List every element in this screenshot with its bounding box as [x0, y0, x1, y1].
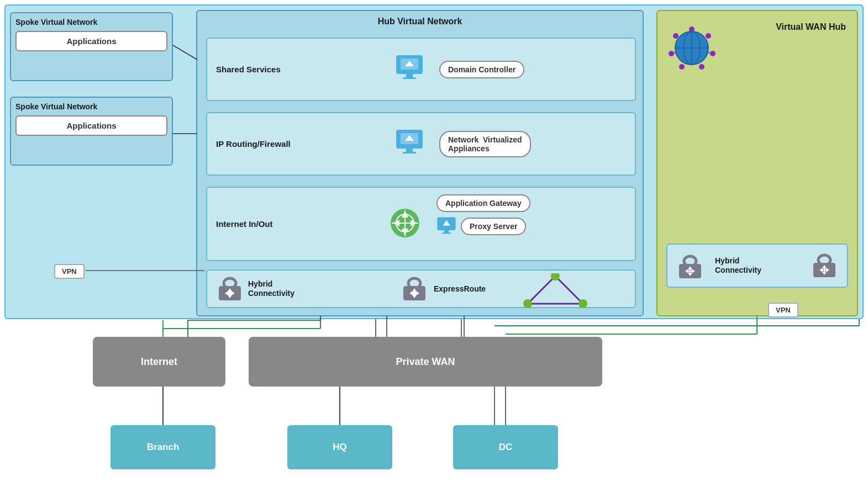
internet-inout-label: Internet In/Out	[207, 219, 296, 229]
vwan-hub: Virtual WAN Hub HybridConnectivity	[656, 10, 858, 316]
svg-rect-38	[442, 232, 451, 234]
shared-services-label: Shared Services	[207, 65, 296, 74]
svg-rect-37	[444, 230, 449, 232]
app-gateway-box: Application Gateway	[436, 194, 530, 212]
hybrid-connectivity-hub-section: HybridConnectivity ExpressRoute	[206, 269, 636, 308]
vpn-label-right: VPN	[768, 303, 798, 318]
lock-icon-vwan-right	[811, 251, 838, 278]
hub-vnet-label: Hub Virtual Network	[378, 17, 462, 27]
internet-box: Internet	[93, 337, 225, 387]
lock-icon-hub-right	[401, 274, 428, 301]
svg-rect-25	[406, 149, 413, 152]
shared-services-section: Shared Services Domain Controller	[206, 38, 636, 101]
spoke-vnet-1-label: Spoke Virtual Network	[15, 18, 167, 27]
vwan-hybrid-connectivity: HybridConnectivity	[666, 244, 848, 288]
svg-point-59	[578, 299, 587, 308]
hub-vnet: Hub Virtual Network Shared Services Doma…	[196, 10, 644, 316]
internet-inout-section: Internet In/Out Application Gateway	[206, 187, 636, 261]
spoke-vnet-1-app: Applications	[15, 31, 167, 51]
diagram-root: Spoke Virtual Network Applications Spoke…	[0, 0, 868, 492]
vpn-label-left: VPN	[54, 264, 85, 279]
monitor-icon-2	[395, 129, 424, 157]
vwan-hub-label: Virtual WAN Hub	[776, 22, 846, 32]
ip-routing-section: IP Routing/Firewall Network VirtualizedA…	[206, 112, 636, 176]
spoke-vnet-2-app: Applications	[15, 115, 167, 136]
nva-box: Network VirtualizedAppliances	[439, 131, 531, 157]
svg-rect-20	[406, 74, 413, 77]
branch-terminal: Branch	[111, 425, 215, 469]
svg-rect-21	[403, 77, 416, 79]
private-wan-box: Private WAN	[249, 337, 602, 387]
spoke-vnet-2-label: Spoke Virtual Network	[15, 102, 167, 111]
expressroute-triangle	[522, 273, 588, 309]
monitor-icon-1	[395, 54, 424, 83]
hq-terminal: HQ	[287, 425, 392, 469]
monitor-icon-3	[436, 216, 456, 236]
ip-routing-label: IP Routing/Firewall	[207, 139, 296, 149]
spoke-vnet-2: Spoke Virtual Network Applications	[10, 97, 173, 166]
svg-point-60	[523, 299, 532, 308]
lock-icon-hub-left	[216, 274, 244, 301]
domain-controller-box: Domain Controller	[439, 61, 524, 78]
lock-icon-vwan-left	[676, 252, 704, 279]
gateway-icon	[390, 208, 420, 239]
proxy-server-box: Proxy Server	[461, 218, 526, 235]
svg-rect-26	[403, 152, 416, 154]
globe-icon	[669, 25, 716, 72]
dc-terminal: DC	[453, 425, 558, 469]
spoke-vnet-1: Spoke Virtual Network Applications	[10, 12, 173, 81]
